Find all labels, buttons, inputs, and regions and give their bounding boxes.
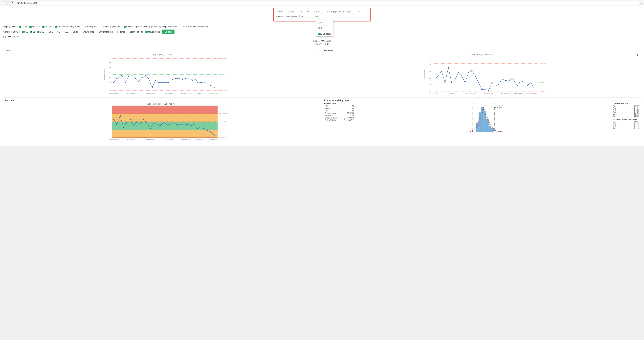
value-checkbox-item[interactable]: Value (70, 31, 78, 33)
show-lines-checkbox-item[interactable]: Show σ lines (80, 31, 94, 33)
shift-label: Shift (306, 10, 310, 13)
value-checkbox[interactable] (70, 31, 72, 33)
title-checkbox[interactable] (137, 31, 139, 33)
cpu-label: CPU (612, 125, 623, 127)
data-detail-checkbox[interactable] (318, 33, 320, 35)
sl-checkbox[interactable] (54, 31, 57, 33)
normality-checkbox[interactable] (82, 26, 84, 28)
lsl-checkbox-item[interactable]: LSL (62, 31, 68, 33)
i-chart-checkbox-item[interactable]: I chart (19, 25, 27, 28)
sample-n-row: Sample N 25 (324, 114, 354, 117)
i-chart-panel: I chart ⬇ 水分（万分之1）I chart Individual val… (3, 48, 322, 96)
cpl-label: CPL (612, 123, 623, 125)
svg-rect-124 (476, 122, 478, 132)
mr-chart-checkbox-item[interactable]: MR chart (30, 25, 40, 28)
back-button[interactable]: ← (2, 1, 5, 5)
svg-point-35 (214, 87, 215, 88)
svg-point-19 (142, 77, 142, 78)
control-phase-checkbox-item[interactable]: Control phase (3, 35, 19, 38)
distrib-checkbox-item[interactable]: Distribu (99, 25, 109, 28)
zoom-checkbox[interactable] (127, 31, 129, 33)
process-cap-checkbox[interactable] (55, 26, 58, 28)
sdev-within-val: 5.61465721 (341, 119, 354, 121)
svg-point-17 (135, 78, 136, 79)
usl-label-cap: USL (324, 110, 341, 112)
cp-val: 0.5937 (634, 121, 640, 123)
supplier-select[interactable]: 请选择 (286, 10, 303, 13)
ucl-checkbox-item[interactable]: UCL (37, 31, 44, 33)
mouse-tooltip-checkbox-item[interactable]: Mouse tooltip (146, 31, 160, 33)
i-chart-download-icon[interactable]: ⬇ (317, 53, 319, 56)
cap-table-checkbox[interactable] (124, 26, 126, 28)
pp-row: Pp 0.6180 (612, 105, 640, 107)
ml-disc-checkbox[interactable] (179, 26, 181, 28)
outlier-checkbox[interactable] (96, 31, 98, 33)
show-lines-checkbox[interactable] (80, 31, 82, 33)
capability-data-table: Process data LSL 70 Target 80 USL 90 (324, 102, 354, 136)
ucl-checkbox[interactable] (37, 31, 40, 33)
summary-checkbox[interactable] (110, 26, 113, 28)
cap-table-checkbox-item[interactable]: Process capability table (124, 25, 148, 28)
potential-capability-label: Potential (within) Capability (612, 118, 640, 120)
cl-checkbox[interactable] (30, 31, 32, 33)
svg-text:GDZL20240203 24: GDZL20240203 24 (527, 93, 537, 94)
svg-text:GDZL20240201 20: GDZL20240201 20 (194, 93, 204, 94)
legends-checkbox-item[interactable]: Legends (115, 31, 125, 33)
mr-chart-download-icon[interactable]: ⬇ (636, 53, 639, 56)
bookmark-icon[interactable]: ★ (640, 2, 642, 4)
cap-compare-checkbox[interactable] (150, 26, 152, 28)
svg-point-22 (152, 87, 153, 88)
normality-checkbox-item[interactable]: Normality test (82, 25, 97, 28)
process-cap-checkbox-item[interactable]: Process capability report (55, 25, 80, 28)
summary-checkbox-item[interactable]: summary (110, 25, 122, 28)
mouse-tooltip-checkbox[interactable] (146, 31, 148, 33)
svg-text:PCl = 75.0000: PCl = 75.0000 (219, 129, 228, 131)
cap-compare-checkbox-item[interactable]: Capability comparison chart (150, 25, 177, 28)
sl-checkbox-item[interactable]: SL (54, 31, 60, 33)
legends-checkbox[interactable] (115, 31, 117, 33)
lcl-checkbox[interactable] (22, 31, 24, 33)
i-chart-checkbox[interactable] (19, 26, 21, 28)
svg-text:75: 75 (110, 81, 111, 83)
svg-point-104 (143, 119, 144, 120)
distrib-checkbox[interactable] (99, 26, 101, 28)
svg-point-72 (516, 85, 518, 86)
usl-checkbox-item[interactable]: USL (46, 31, 52, 33)
refresh-button[interactable]: ↻ (11, 1, 14, 5)
title-checkbox-item[interactable]: Title (137, 31, 144, 33)
svg-point-73 (526, 85, 528, 86)
overall-capability-label: Overall Capability (612, 102, 640, 104)
dropdown-item-day[interactable]: 白班 (316, 20, 333, 25)
svg-text:25: 25 (429, 57, 430, 59)
distrib-label: Distribu (102, 25, 109, 28)
usl-label: USL (49, 31, 52, 33)
svg-text:DLLY20240122 0: DLLY20240122 0 (109, 139, 118, 140)
mr-chart-checkbox[interactable] (30, 26, 32, 28)
pre-chart-download-icon[interactable]: ⬇ (317, 103, 319, 106)
mr-chart-panel: MR chart ⬇ 水分（万分之1）MR chart Moving range… (323, 48, 641, 96)
zoom-checkbox-item[interactable]: Zoom (127, 31, 135, 33)
outlier-checkbox-item[interactable]: Outlier stacking (96, 31, 113, 33)
shift-select[interactable]: 请选择 (312, 10, 329, 13)
svg-rect-130 (491, 128, 494, 132)
update-button[interactable]: Update (162, 29, 174, 34)
latest-points-input[interactable] (300, 15, 308, 18)
pre-chart-checkbox[interactable] (42, 26, 44, 28)
lsl-checkbox[interactable] (62, 31, 64, 33)
svg-point-34 (210, 85, 212, 86)
svg-point-60 (448, 67, 449, 68)
url-bar[interactable] (16, 1, 639, 5)
svg-point-67 (481, 89, 482, 90)
lcl-checkbox-item[interactable]: LCL (22, 31, 28, 33)
cl-checkbox-item[interactable]: CL (30, 31, 35, 33)
data-detail-checkbox-item[interactable]: Data detail (316, 31, 333, 36)
equipment-select[interactable]: 请选择 (344, 10, 360, 13)
svg-point-99 (120, 115, 121, 116)
usl-checkbox[interactable] (46, 31, 48, 33)
ml-disc-checkbox-item[interactable]: Machine learning discriminant (179, 25, 208, 28)
display-content-label: Display content (3, 25, 17, 28)
control-phase-checkbox[interactable] (3, 35, 6, 38)
pre-chart-checkbox-item[interactable]: Pre chart (42, 25, 53, 28)
forward-button[interactable]: → (6, 1, 10, 5)
dropdown-item-night[interactable]: 晚班 (316, 26, 333, 31)
